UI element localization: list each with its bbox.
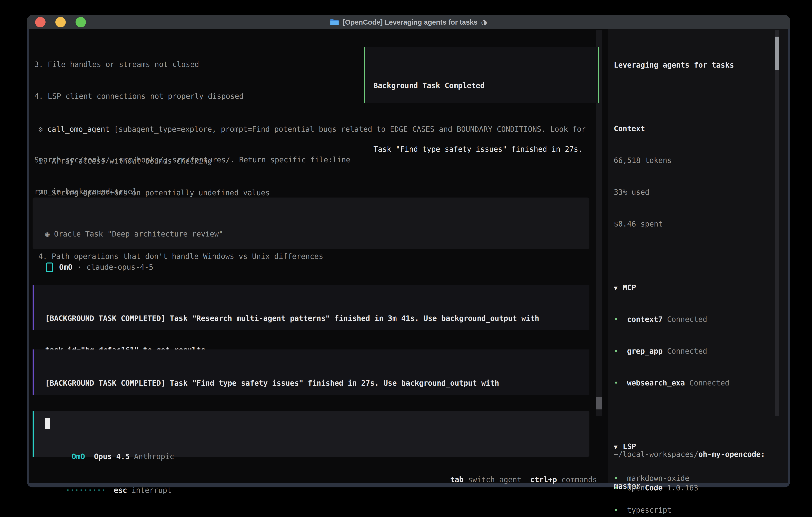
- mcp-item: •websearch_exa Connected: [614, 378, 782, 388]
- session-spinner-icon: ◑: [481, 18, 487, 26]
- workspace-repo: oh-my-opencode:: [698, 450, 765, 459]
- window-title: [OpenCode] Leveraging agents for tasks: [343, 18, 477, 26]
- folder-icon: [330, 19, 339, 26]
- window-title-area: [OpenCode] Leveraging agents for tasks ◑: [27, 15, 790, 29]
- oracle-task-panel[interactable]: ◉ Oracle Task "Deep architecture review"…: [33, 197, 589, 249]
- tab-hint-key: tab: [450, 475, 464, 484]
- status-dot-icon: •: [614, 347, 618, 355]
- agent-header: OmO · claude-opus-4-5: [46, 262, 153, 272]
- workspace-path: ~/local-workspaces/: [614, 450, 698, 459]
- context-tokens: 66,518 tokens: [614, 155, 782, 166]
- app-version: •OpenCode1.0.163: [614, 461, 782, 514]
- status-dot-icon: •: [614, 315, 618, 324]
- record-icon: ◉: [45, 230, 50, 238]
- titlebar: [OpenCode] Leveraging agents for tasks ◑: [27, 15, 790, 29]
- status-dot-icon: •: [614, 379, 618, 387]
- version-number: 1.0.163: [667, 484, 698, 492]
- gear-icon: ⚙: [38, 125, 43, 134]
- esc-hint-key: esc: [114, 486, 127, 495]
- screen: [OpenCode] Leveraging agents for tasks ◑…: [0, 0, 812, 517]
- status-dot-icon: •: [614, 484, 618, 492]
- agent-model: claude-opus-4-5: [87, 262, 153, 272]
- prompt-input[interactable]: OmOOpus 4.5Anthropic: [33, 411, 589, 457]
- toast-body: Task "Find type safety issues" finished …: [373, 144, 589, 155]
- background-task-toast: Background Task Completed Task "Find typ…: [364, 47, 599, 103]
- toast-title: Background Task Completed: [373, 80, 589, 91]
- oracle-task-label: Oracle Task "Deep architecture review": [50, 230, 223, 238]
- text-cursor: [45, 418, 50, 429]
- session-title: Leveraging agents for tasks: [614, 60, 782, 71]
- chevron-down-icon: ▼: [614, 284, 617, 292]
- mcp-item: •grep_app Connected: [614, 346, 782, 356]
- ctrlp-hint-key: ctrl+p: [530, 475, 557, 484]
- tab-hint-label: switch agent: [464, 475, 521, 484]
- context-used: 33% used: [614, 187, 782, 197]
- tool-name: call_omo_agent: [47, 125, 110, 134]
- chat-scrollbar-thumb[interactable]: [596, 397, 602, 409]
- status-bar: ·········esc interrupt tab switch agentc…: [32, 464, 597, 474]
- mcp-section-header[interactable]: ▼MCP: [614, 282, 782, 293]
- agent-name: OmO: [59, 262, 72, 272]
- ctrlp-hint-label: commands: [557, 475, 597, 484]
- esc-hint-label: interrupt: [127, 486, 172, 495]
- spinner-dots-icon: ·········: [66, 486, 106, 495]
- background-task-message: [BACKGROUND TASK COMPLETED] Task "Resear…: [33, 285, 589, 330]
- background-task-message: [BACKGROUND TASK COMPLETED] Task "Find t…: [33, 350, 589, 395]
- context-heading: Context: [614, 124, 782, 134]
- input-model: Opus 4.5: [94, 452, 129, 461]
- context-spent: $0.46 spent: [614, 219, 782, 229]
- input-provider: Anthropic: [134, 452, 174, 461]
- mcp-item: •context7 Connected: [614, 314, 782, 325]
- omo-agent-icon: [46, 263, 53, 272]
- input-agent-name: OmO: [72, 452, 85, 461]
